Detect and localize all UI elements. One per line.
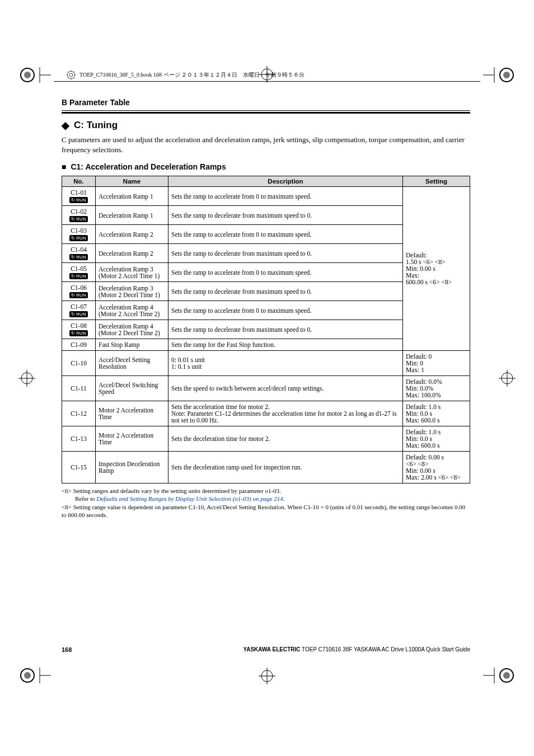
table-header-row: No. Name Description Setting [62,176,470,187]
footer-guide: TOEP C710616 38F YASKAWA AC Drive L1000A… [301,646,471,652]
cell-setting: Default: 1.50 s <6> <8> Min: 0.00 s Max:… [403,187,470,351]
crop-mark-bottom-left [20,668,51,683]
footnote-8: <8> Setting range value is dependent on … [62,503,470,519]
cell-name: Acceleration Ramp 1 [96,187,168,206]
footnote-6b: Refer to Defaults and Setting Ranges by … [62,495,470,503]
svg-line-35 [74,78,75,79]
run-icon: RUN [69,292,87,298]
cell-no: C1-03RUN [62,225,96,244]
book-header: TOEP_C710616_38F_5_0.book 168 ページ ２０１３年１… [66,70,305,80]
cell-desc: 0: 0.01 s unit 1: 0.1 s unit [168,351,403,376]
cell-no: C1-09 [62,339,96,351]
table-row: C1-12Motor 2 Acceleration TimeSets the a… [62,401,470,426]
page-footer: 168 YASKAWA ELECTRIC TOEP C710616 38F YA… [62,646,470,653]
table-row: C1-10Accel/Decel Setting Resolution0: 0.… [62,351,470,376]
crop-mark-bottom-right [483,668,514,683]
crop-mark-top-right [483,67,514,83]
heading-c1: ■ C1: Acceleration and Deceleration Ramp… [62,162,470,171]
cell-name: Fast Stop Ramp [96,339,168,351]
page-number: 168 [62,646,72,653]
section-label: B Parameter Table [62,98,470,107]
col-header-desc: Description [168,176,403,187]
run-icon: RUN [69,197,87,203]
cell-name: Acceleration Ramp 4 (Motor 2 Accel Time … [96,301,168,320]
divider-thin [62,110,470,111]
footer-right: YASKAWA ELECTRIC TOEP C710616 38F YASKAW… [243,646,470,653]
svg-point-1 [24,72,31,78]
cell-no: C1-12 [62,401,96,426]
cell-desc: Sets the ramp to decelerate from maximum… [168,282,403,301]
svg-line-34 [68,72,69,73]
cell-setting: Default: 0.0% Min: 0.0% Max: 100.0% [403,376,470,401]
cell-name: Acceleration Ramp 2 [96,225,168,244]
cell-setting: Default: 0 Min: 0 Max: 1 [403,351,470,376]
run-icon: RUN [69,254,87,260]
cell-name: Motor 2 Acceleration Time [96,426,168,452]
cell-desc: Sets the acceleration time for motor 2. … [168,401,403,426]
table-row: C1-13Motor 2 Acceleration TimeSets the d… [62,426,470,452]
col-header-setting: Setting [403,176,470,187]
cell-name: Inspection Deceleration Ramp [96,452,168,483]
cell-no: C1-13 [62,426,96,452]
heading-c1-text: C1: Acceleration and Deceleration Ramps [71,162,226,171]
cell-name: Deceleration Ramp 3 (Motor 2 Decel Time … [96,282,168,301]
header-rule [54,81,480,82]
footer-brand: YASKAWA ELECTRIC [243,646,300,652]
cell-desc: Sets the ramp to decelerate from maximum… [168,206,403,225]
book-header-text: TOEP_C710616_38F_5_0.book 168 ページ ２０１３年１… [79,71,305,79]
crop-mark-mid-bottom [259,668,275,684]
cell-no: C1-15 [62,452,96,483]
cell-no: C1-11 [62,376,96,401]
svg-point-15 [503,672,510,679]
square-icon: ■ [62,162,66,171]
cell-setting: Default: 0.00 s <6> <8> Min: 0.00 s Max:… [403,452,470,483]
cell-desc: Sets the ramp for the Fast Stop function… [168,339,403,351]
table-row: C1-11Accel/Decel Switching SpeedSets the… [62,376,470,401]
footnote-6a: <6> Setting ranges and defaults vary by … [62,487,470,495]
run-icon: RUN [69,273,87,279]
cell-desc: Sets the speed to switch between accel/d… [168,376,403,401]
cell-desc: Sets the deceleration ramp used for insp… [168,452,403,483]
col-header-no: No. [62,176,96,187]
svg-line-36 [68,78,69,79]
table-row: C1-01RUNAcceleration Ramp 1Sets the ramp… [62,187,470,206]
run-icon: RUN [69,235,87,241]
svg-point-9 [24,672,31,679]
cell-name: Accel/Decel Switching Speed [96,376,168,401]
run-icon: RUN [69,311,87,317]
cell-desc: Sets the ramp to decelerate from maximum… [168,320,403,339]
footnotes: <6> Setting ranges and defaults vary by … [62,487,470,519]
diamond-icon: ◆ [62,119,69,132]
cell-no: C1-08RUN [62,320,96,339]
parameter-table: No. Name Description Setting C1-01RUNAcc… [62,176,470,483]
crop-mark-top-left [20,67,51,83]
footnote-6b-link[interactable]: Defaults and Setting Ranges by Display U… [96,495,283,502]
cell-no: C1-07RUN [62,301,96,320]
cell-no: C1-10 [62,351,96,376]
heading-text: C: Tuning [74,120,118,131]
cell-no: C1-06RUN [62,282,96,301]
svg-point-7 [503,72,510,78]
cell-no: C1-04RUN [62,244,96,263]
svg-point-29 [69,73,73,77]
run-icon: RUN [69,330,87,336]
cell-setting: Default: 1.0 s Min: 0.0 s Max: 600.0 s [403,401,470,426]
table-row: C1-15Inspection Deceleration RampSets th… [62,452,470,483]
cell-name: Motor 2 Acceleration Time [96,401,168,426]
cell-setting: Default: 1.0 s Min: 0.0 s Max: 600.0 s [403,426,470,452]
crop-mark-mid-left [18,370,35,387]
cell-desc: Sets the deceleration time for motor 2. [168,426,403,452]
footnote-6b-pre: Refer to [75,495,96,502]
cell-desc: Sets the ramp to decelerate from maximum… [168,244,403,263]
cell-desc: Sets the ramp to accelerate from 0 to ma… [168,263,403,282]
divider-thick [62,112,470,114]
cell-desc: Sets the ramp to accelerate from 0 to ma… [168,187,403,206]
cell-desc: Sets the ramp to accelerate from 0 to ma… [168,301,403,320]
cell-name: Deceleration Ramp 2 [96,244,168,263]
cell-no: C1-01RUN [62,187,96,206]
cell-name: Deceleration Ramp 1 [96,206,168,225]
crop-mark-mid-right [499,370,516,387]
cell-no: C1-05RUN [62,263,96,282]
cell-desc: Sets the ramp to accelerate from 0 to ma… [168,225,403,244]
svg-line-37 [74,72,75,73]
